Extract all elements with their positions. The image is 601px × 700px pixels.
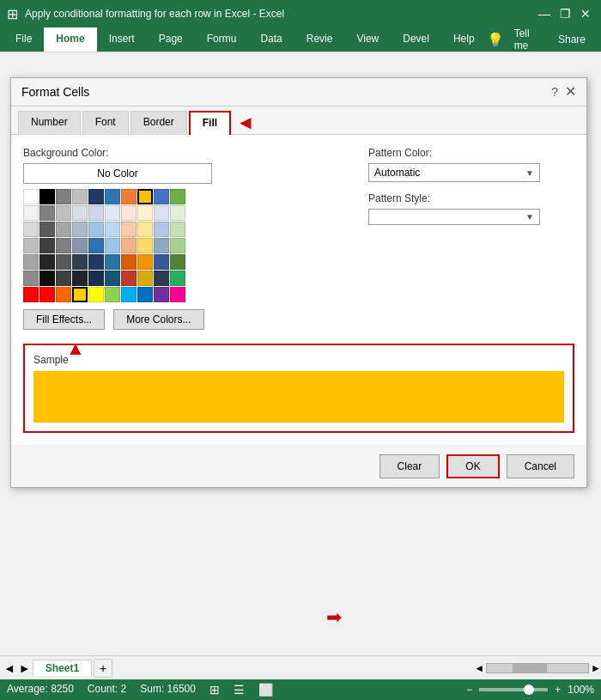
help-button[interactable]: ?	[551, 85, 558, 99]
minimize-button[interactable]: —	[536, 5, 553, 22]
color-cell[interactable]	[39, 189, 55, 204]
color-cell[interactable]	[23, 238, 39, 253]
ok-button[interactable]: OK	[446, 454, 499, 478]
color-cell[interactable]	[137, 222, 153, 237]
tab-home[interactable]: Home	[44, 27, 96, 52]
more-colors-button[interactable]: More Colors...	[113, 309, 203, 330]
color-cell[interactable]	[39, 287, 55, 302]
color-cell[interactable]	[88, 205, 104, 221]
tab-insert[interactable]: Insert	[97, 27, 147, 52]
color-cell[interactable]	[56, 205, 71, 221]
fill-effects-button[interactable]: Fill Effects...	[23, 309, 105, 330]
color-cell[interactable]	[105, 287, 120, 302]
color-cell[interactable]	[88, 238, 104, 253]
add-sheet-button[interactable]: +	[94, 659, 112, 678]
tab-border[interactable]: Border	[131, 111, 187, 135]
dialog-close-button[interactable]: ✕	[565, 85, 576, 99]
color-cell[interactable]	[170, 271, 185, 286]
color-cell[interactable]	[121, 287, 137, 302]
color-cell[interactable]	[154, 222, 169, 237]
tab-data[interactable]: Data	[248, 27, 294, 52]
tab-review[interactable]: Revie	[294, 27, 345, 52]
tab-fill[interactable]: Fill	[189, 111, 231, 135]
pattern-style-dropdown[interactable]: ▼	[368, 209, 540, 225]
color-cell[interactable]	[56, 287, 71, 302]
page-view-icon[interactable]: ☰	[234, 683, 245, 697]
color-cell[interactable]	[72, 205, 88, 221]
color-cell[interactable]	[23, 287, 39, 302]
color-cell[interactable]	[56, 254, 71, 270]
color-cell[interactable]	[39, 238, 55, 253]
horizontal-scrollbar[interactable]	[486, 663, 589, 673]
tab-formulas[interactable]: Formu	[195, 27, 249, 52]
color-cell[interactable]	[56, 238, 71, 253]
color-cell[interactable]	[154, 238, 169, 253]
color-cell[interactable]	[170, 205, 185, 221]
zoom-slider[interactable]	[479, 688, 548, 691]
color-cell[interactable]	[72, 271, 88, 286]
color-cell[interactable]	[23, 205, 39, 221]
color-cell[interactable]	[170, 238, 185, 253]
color-cell[interactable]	[154, 254, 169, 270]
color-cell[interactable]	[170, 189, 185, 204]
scroll-left-btn[interactable]: ◄	[474, 662, 484, 674]
grid-view-icon[interactable]: ⊞	[209, 683, 220, 697]
color-cell[interactable]	[121, 189, 137, 204]
color-cell[interactable]	[56, 222, 71, 237]
share-button[interactable]: Share	[549, 31, 594, 48]
color-cell[interactable]	[105, 254, 120, 270]
color-cell[interactable]	[105, 205, 120, 221]
color-cell[interactable]	[154, 287, 169, 302]
tab-developer[interactable]: Devel	[391, 27, 441, 52]
color-cell[interactable]	[137, 205, 153, 221]
close-button[interactable]: ✕	[577, 5, 594, 22]
color-cell[interactable]	[88, 254, 104, 270]
color-cell[interactable]	[39, 222, 55, 237]
pattern-color-dropdown[interactable]: Automatic ▼	[368, 163, 540, 182]
tab-view[interactable]: View	[344, 27, 391, 52]
color-cell[interactable]	[121, 222, 137, 237]
scroll-right-btn[interactable]: ►	[591, 662, 601, 674]
color-cell[interactable]	[137, 287, 153, 302]
color-cell[interactable]	[39, 254, 55, 270]
page-break-icon[interactable]: ⬜	[258, 683, 273, 697]
color-cell[interactable]	[72, 189, 88, 204]
color-cell[interactable]	[105, 222, 120, 237]
color-cell[interactable]	[137, 189, 153, 204]
no-color-button[interactable]: No Color	[23, 163, 212, 184]
color-cell[interactable]	[23, 189, 39, 204]
color-cell[interactable]	[121, 205, 137, 221]
color-cell[interactable]	[88, 287, 104, 302]
color-cell[interactable]	[56, 189, 71, 204]
color-cell[interactable]	[105, 271, 120, 286]
color-cell[interactable]	[105, 238, 120, 253]
color-cell[interactable]	[154, 189, 169, 204]
zoom-minus[interactable]: −	[466, 684, 472, 696]
color-cell[interactable]	[23, 222, 39, 237]
color-cell[interactable]	[72, 254, 88, 270]
color-cell[interactable]	[23, 271, 39, 286]
color-cell[interactable]	[56, 271, 71, 286]
tab-help[interactable]: Help	[441, 27, 487, 52]
tab-page[interactable]: Page	[147, 27, 195, 52]
color-cell[interactable]	[170, 254, 185, 270]
color-cell[interactable]	[170, 222, 185, 237]
sheet1-tab[interactable]: Sheet1	[33, 660, 92, 676]
zoom-plus[interactable]: +	[555, 684, 561, 696]
color-cell[interactable]	[88, 222, 104, 237]
maximize-button[interactable]: ❐	[556, 5, 574, 22]
color-cell[interactable]	[72, 222, 88, 237]
color-cell[interactable]	[121, 238, 137, 253]
color-cell[interactable]	[154, 271, 169, 286]
color-cell[interactable]	[39, 271, 55, 286]
color-cell[interactable]	[72, 238, 88, 253]
color-cell[interactable]	[137, 271, 153, 286]
next-sheet-btn[interactable]: ►	[19, 661, 31, 675]
tab-file[interactable]: File	[3, 27, 44, 52]
color-cell[interactable]	[121, 271, 137, 286]
color-cell[interactable]	[170, 287, 185, 302]
color-cell[interactable]	[88, 189, 104, 204]
bulb-icon[interactable]: 💡	[487, 32, 504, 48]
tab-font[interactable]: Font	[82, 111, 129, 135]
color-cell[interactable]	[137, 254, 153, 270]
